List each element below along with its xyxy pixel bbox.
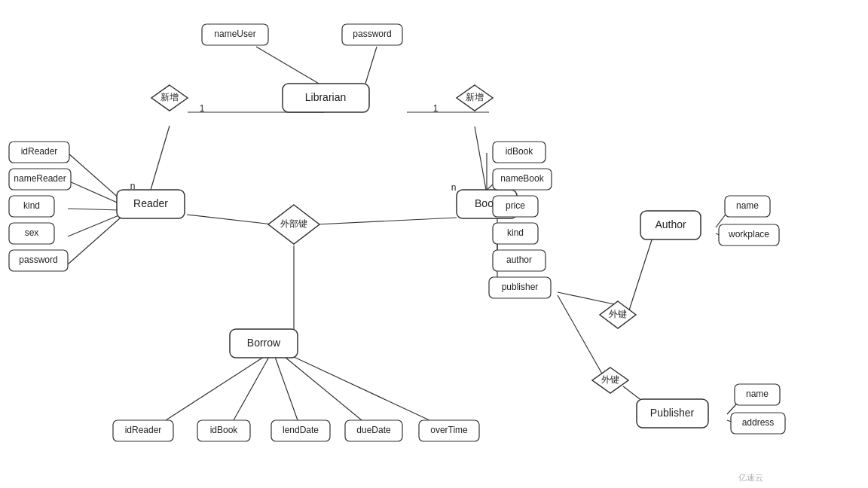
svg-line-28	[558, 292, 618, 305]
svg-line-4	[256, 47, 324, 87]
svg-line-30	[558, 295, 603, 375]
svg-line-8	[68, 209, 121, 210]
entity-reader-label: Reader	[133, 197, 168, 209]
attr-publisher-book-label: publisher	[502, 282, 539, 292]
svg-line-5	[365, 47, 377, 84]
multiplicity-n-left: n	[130, 181, 136, 191]
attr-borrow-idreader-label: idReader	[125, 425, 162, 435]
attr-password-reader-label: password	[19, 255, 57, 265]
svg-line-9	[68, 215, 121, 236]
multiplicity-n-right: n	[451, 182, 457, 193]
attr-author-name-label: name	[736, 200, 759, 211]
attr-price-label: price	[506, 200, 525, 211]
svg-line-11	[187, 215, 273, 224]
attr-namebook-label: nameBook	[500, 173, 544, 184]
relationship-xinzeng-left-label: 新增	[160, 92, 179, 102]
svg-line-27	[628, 228, 656, 313]
entity-author-label: Author	[655, 218, 686, 230]
attr-idreader-label: idReader	[21, 146, 58, 157]
attr-password-lib-label: password	[353, 29, 391, 39]
relationship-waijian-publisher-label: 外键	[601, 374, 619, 385]
svg-line-24	[294, 357, 429, 420]
attr-borrow-lenddate-label: lendDate	[283, 425, 319, 435]
attr-namereader-label: nameReader	[14, 173, 66, 184]
attr-kind-book-label: kind	[507, 227, 524, 238]
relationship-waibujian-label: 外部键	[280, 218, 307, 229]
entity-librarian-label: Librarian	[305, 91, 346, 103]
svg-line-3	[475, 127, 486, 190]
attr-author-workplace-label: workplace	[728, 229, 769, 239]
attr-borrow-overtime-label: overTime	[430, 425, 468, 435]
svg-line-20	[166, 357, 264, 420]
attr-nameuser-label: nameUser	[214, 29, 255, 39]
attr-publisher-name-label: name	[746, 389, 769, 399]
attr-sex-label: sex	[25, 227, 39, 238]
svg-line-2	[151, 126, 170, 190]
relationship-xinzeng-right-label: 新增	[466, 92, 484, 102]
svg-line-22	[275, 357, 298, 420]
attr-borrow-duedate-label: dueDate	[356, 425, 391, 435]
multiplicity-1-right: 1	[433, 103, 439, 114]
multiplicity-1-left: 1	[200, 103, 205, 114]
svg-line-10	[68, 218, 121, 264]
attr-borrow-idbook-label: idBook	[210, 425, 239, 435]
attr-author-book-label: author	[506, 255, 532, 265]
attr-kind-reader-label: kind	[23, 200, 40, 211]
svg-line-23	[285, 357, 362, 420]
svg-line-12	[316, 218, 457, 224]
entity-borrow-label: Borrow	[247, 337, 281, 349]
svg-line-21	[234, 357, 269, 420]
relationship-waijian-author-label: 外键	[609, 309, 627, 319]
attr-publisher-address-label: address	[742, 417, 775, 428]
watermark: 亿速云	[738, 473, 763, 482]
attr-idbook-label: idBook	[506, 146, 534, 157]
entity-publisher-label: Publisher	[650, 407, 695, 419]
